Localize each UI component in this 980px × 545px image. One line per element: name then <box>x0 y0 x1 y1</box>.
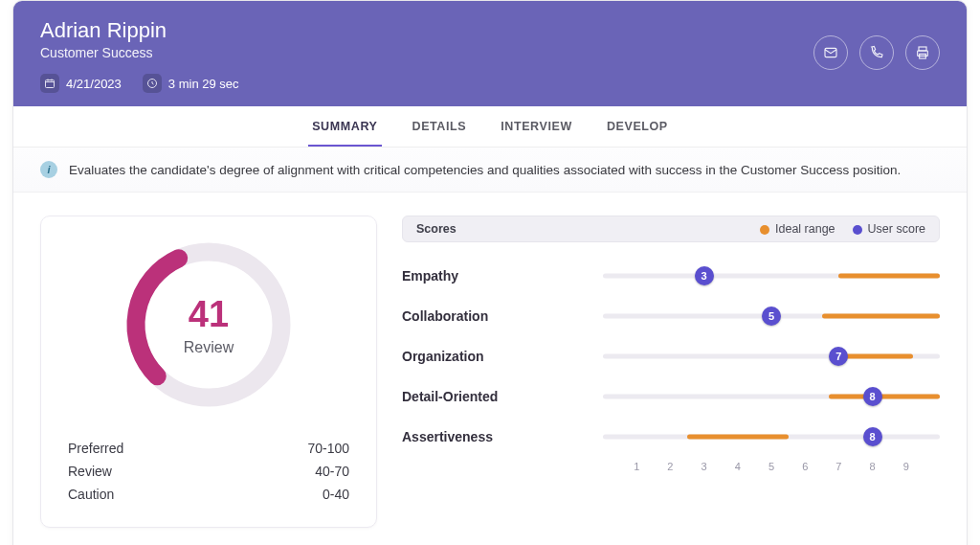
user-score-dot: 3 <box>695 266 714 285</box>
overall-score-label: Review <box>184 339 234 356</box>
candidate-role: Customer Success <box>40 45 940 60</box>
scores-title: Scores <box>416 222 457 236</box>
legend-row: Preferred70-100 <box>68 437 349 460</box>
overall-score-value: 41 <box>189 294 229 335</box>
calendar-icon <box>40 74 59 93</box>
report-tabs: SUMMARYDETAILSINTERVIEWDEVELOP <box>13 106 967 148</box>
axis-tick: 5 <box>768 461 774 472</box>
competency-name: Collaboration <box>402 308 603 324</box>
competency-name: Organization <box>402 349 603 364</box>
competency-row: Empathy3 <box>402 256 940 296</box>
print-button[interactable] <box>905 35 940 70</box>
score-bands-legend: Preferred70-100Review40-70Caution0-40 <box>68 437 349 506</box>
assessment-duration: 3 min 29 sec <box>143 74 239 93</box>
legend-name: Caution <box>68 487 114 502</box>
competency-row: Organization7 <box>402 336 940 376</box>
competency-row: Collaboration5 <box>402 296 940 336</box>
legend-user: User score <box>853 222 925 236</box>
legend-row: Review40-70 <box>68 460 349 483</box>
legend-range: 0-40 <box>323 487 349 502</box>
user-score-dot: 7 <box>829 347 848 366</box>
ideal-range-bar <box>822 314 940 319</box>
date-value: 4/21/2023 <box>66 77 122 91</box>
axis-tick: 4 <box>735 461 741 472</box>
phone-button[interactable] <box>859 35 894 70</box>
clock-icon <box>143 74 162 93</box>
user-score-dot: 8 <box>863 427 882 446</box>
legend-row: Caution0-40 <box>68 483 349 506</box>
user-score-dot: 5 <box>762 307 781 326</box>
candidate-name: Adrian Rippin <box>40 18 940 43</box>
axis-tick: 6 <box>802 461 808 472</box>
ideal-range-bar <box>838 354 912 359</box>
assessment-date: 4/21/2023 <box>40 74 122 93</box>
svg-rect-0 <box>46 80 55 88</box>
summary-description-text: Evaluates the candidate's degree of alig… <box>69 163 901 177</box>
competency-range: 8 <box>603 428 940 445</box>
axis-tick: 2 <box>667 461 673 472</box>
email-button[interactable] <box>813 35 848 70</box>
legend-name: Preferred <box>68 441 123 456</box>
axis-tick: 7 <box>835 461 841 472</box>
competency-range: 8 <box>603 388 940 405</box>
legend-range: 70-100 <box>307 441 349 456</box>
competency-range: 5 <box>603 307 940 325</box>
svg-rect-3 <box>919 47 926 51</box>
info-icon: i <box>40 161 57 178</box>
tab-interview[interactable]: INTERVIEW <box>497 106 576 147</box>
user-score-dot: 8 <box>863 387 882 406</box>
competency-name: Empathy <box>402 268 603 284</box>
axis-tick: 1 <box>634 461 639 472</box>
axis-tick: 9 <box>903 461 909 472</box>
summary-description: i Evaluates the candidate's degree of al… <box>13 148 967 193</box>
legend-ideal: Ideal range <box>760 222 835 236</box>
axis-tick: 8 <box>870 461 876 472</box>
tab-summary[interactable]: SUMMARY <box>308 106 381 147</box>
competency-row: Assertiveness8 <box>402 417 940 457</box>
score-axis: 123456789 <box>603 461 940 474</box>
competency-row: Detail-Oriented8 <box>402 376 940 417</box>
score-gauge: 41 Review <box>118 234 300 416</box>
tab-details[interactable]: DETAILS <box>409 106 471 147</box>
competency-range: 3 <box>603 267 940 284</box>
competency-range: 7 <box>603 348 940 365</box>
overall-score-card: 41 Review Preferred70-100Review40-70Caut… <box>40 216 377 528</box>
legend-name: Review <box>68 464 112 479</box>
legend-range: 40-70 <box>315 464 349 479</box>
tab-develop[interactable]: DEVELOP <box>603 106 672 147</box>
ideal-range-bar <box>838 274 940 279</box>
ideal-range-bar <box>829 395 940 399</box>
competency-name: Assertiveness <box>402 429 603 444</box>
competency-name: Detail-Oriented <box>402 389 603 404</box>
duration-value: 3 min 29 sec <box>168 77 239 91</box>
competency-scores-panel: Scores Ideal range User score Empathy3Co… <box>402 216 940 528</box>
ideal-range-bar <box>687 435 789 440</box>
candidate-header: Adrian Rippin Customer Success 4/21/2023… <box>13 1 967 106</box>
axis-tick: 3 <box>702 461 707 472</box>
